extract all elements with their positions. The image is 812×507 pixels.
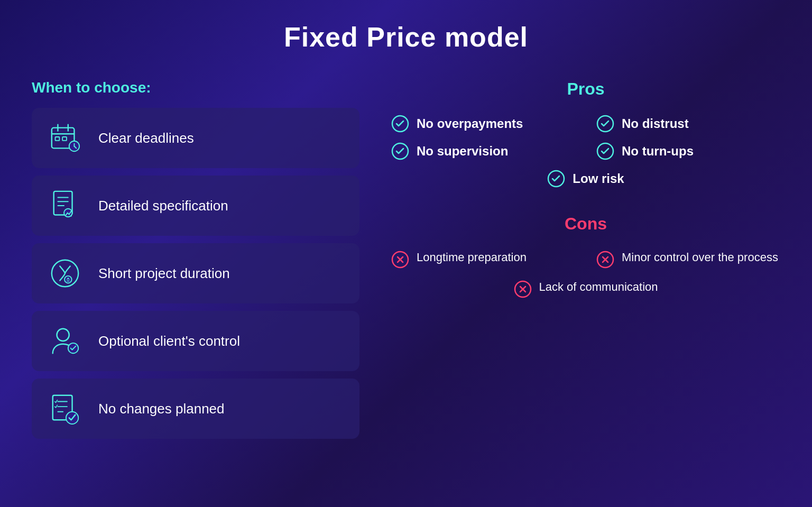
page-title: Fixed Price model: [284, 21, 528, 53]
cons-grid: Longtime preparation Minor control over …: [391, 250, 780, 298]
when-to-choose-title: When to choose:: [32, 79, 359, 96]
short-duration-label: Short project duration: [98, 265, 230, 282]
no-turnups-label: No turn-ups: [622, 144, 694, 159]
card-no-changes: No changes planned: [32, 379, 359, 439]
cons-title: Cons: [391, 214, 780, 234]
hourglass-icon: [47, 255, 84, 292]
con-minor-control: Minor control over the process: [596, 250, 780, 269]
calendar-icon: [47, 119, 84, 156]
svg-rect-5: [62, 137, 67, 141]
no-supervision-label: No supervision: [417, 144, 508, 159]
detailed-spec-label: Detailed specification: [98, 198, 228, 214]
document-icon: [47, 187, 84, 224]
checklist-icon: [47, 390, 84, 427]
main-content: When to choose:: [32, 79, 780, 439]
con-lack-comm: Lack of communication: [391, 279, 780, 298]
card-clear-deadlines: Clear deadlines: [32, 108, 359, 168]
no-changes-label: No changes planned: [98, 401, 225, 417]
pro-low-risk: Low risk: [391, 170, 780, 188]
longtime-prep-label: Longtime preparation: [417, 250, 527, 266]
svg-rect-4: [56, 137, 60, 141]
right-column: Pros No overpayments No distrust: [391, 79, 780, 298]
minor-control-label: Minor control over the process: [622, 250, 778, 266]
optional-control-label: Optional client's control: [98, 333, 240, 349]
left-column: When to choose:: [32, 79, 359, 439]
svg-point-17: [57, 329, 69, 341]
svg-point-15: [64, 276, 72, 283]
no-distrust-label: No distrust: [622, 116, 689, 131]
card-optional-control: Optional client's control: [32, 311, 359, 371]
clear-deadlines-label: Clear deadlines: [98, 130, 194, 146]
pros-grid: No overpayments No distrust No supervisi…: [391, 115, 780, 188]
pro-no-overpayments: No overpayments: [391, 115, 575, 133]
card-list: Clear deadlines Detailed specification: [32, 108, 359, 439]
no-overpayments-label: No overpayments: [417, 116, 523, 131]
user-check-icon: [47, 322, 84, 359]
pro-no-turnups: No turn-ups: [596, 142, 780, 160]
pro-no-distrust: No distrust: [596, 115, 780, 133]
pro-no-supervision: No supervision: [391, 142, 575, 160]
low-risk-label: Low risk: [573, 171, 624, 186]
con-longtime-prep: Longtime preparation: [391, 250, 575, 269]
pros-title: Pros: [391, 79, 780, 99]
card-short-duration: Short project duration: [32, 243, 359, 303]
lack-comm-label: Lack of communication: [539, 279, 658, 296]
card-detailed-spec: Detailed specification: [32, 176, 359, 236]
